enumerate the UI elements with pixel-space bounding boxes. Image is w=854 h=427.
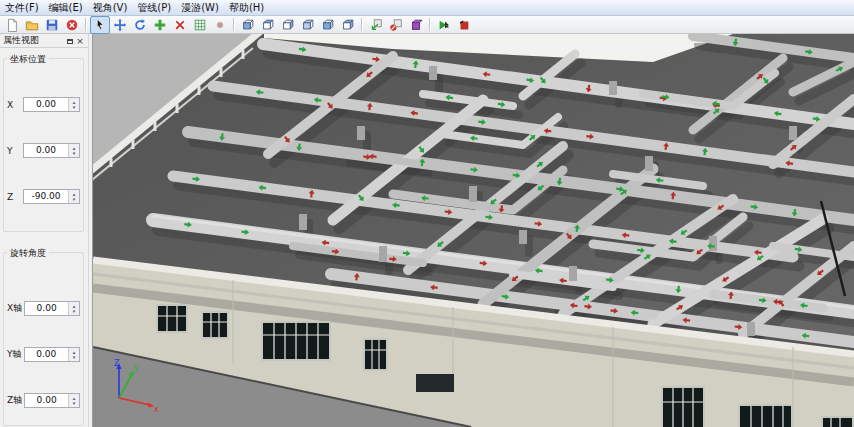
z-value[interactable]: -90.00 bbox=[24, 190, 68, 203]
spin-down-icon[interactable]: ▾ bbox=[73, 309, 76, 314]
menu-pipe[interactable]: 管线(P) bbox=[132, 0, 176, 15]
x-label: X bbox=[7, 100, 21, 110]
add-button[interactable] bbox=[150, 16, 170, 34]
y-axis-spinbox[interactable]: 0.00 ▴▾ bbox=[24, 347, 81, 362]
grid-icon bbox=[193, 18, 207, 32]
window bbox=[261, 321, 331, 361]
spin-down-icon[interactable]: ▾ bbox=[73, 105, 76, 110]
menu-help[interactable]: 帮助(H) bbox=[224, 0, 269, 15]
main-area: 属性视图 × 坐标位置 X 0.00 ▴▾ Y 0.00 ▴▾ Z bbox=[0, 34, 854, 427]
window bbox=[821, 416, 854, 427]
y-axis-spin-buttons[interactable]: ▴▾ bbox=[68, 348, 79, 361]
rotation-angle-group: 旋转角度 X轴 0.00 ▴▾ Y轴 0.00 ▴▾ Z轴 0.00 ▴ bbox=[3, 252, 84, 426]
toolbar-separator bbox=[85, 18, 87, 31]
window bbox=[156, 304, 188, 333]
z-axis-spinbox[interactable]: 0.00 ▴▾ bbox=[24, 393, 80, 408]
view-cube-right-icon bbox=[281, 18, 295, 32]
red-x-icon bbox=[173, 18, 187, 32]
spin-down-icon[interactable]: ▾ bbox=[73, 151, 76, 156]
move-icon bbox=[113, 18, 127, 32]
select-arrow-icon bbox=[93, 18, 107, 32]
menu-file[interactable]: 文件(F) bbox=[0, 0, 44, 15]
viewport-3d[interactable]: Z y x bbox=[92, 34, 854, 427]
x-value[interactable]: 0.00 bbox=[24, 98, 68, 111]
delete-button[interactable] bbox=[170, 16, 190, 34]
material-button[interactable] bbox=[406, 16, 426, 34]
window bbox=[661, 386, 705, 427]
y-axis-value[interactable]: 0.00 bbox=[25, 348, 69, 361]
panel-title: 属性视图 bbox=[3, 34, 65, 47]
walk-stop-icon bbox=[457, 18, 471, 32]
walkthrough-stop-button[interactable] bbox=[454, 16, 474, 34]
view-cube-left-icon bbox=[341, 18, 355, 32]
y-spin-buttons[interactable]: ▴▾ bbox=[68, 144, 79, 157]
spin-down-icon[interactable]: ▾ bbox=[73, 197, 76, 202]
menu-view[interactable]: 视角(V) bbox=[88, 0, 133, 15]
new-file-button[interactable] bbox=[2, 16, 22, 34]
remove-model-button[interactable] bbox=[386, 16, 406, 34]
view-top-button[interactable] bbox=[258, 16, 278, 34]
menu-roam[interactable]: 漫游(W) bbox=[176, 0, 224, 15]
window bbox=[363, 338, 388, 371]
menu-edit[interactable]: 编辑(E) bbox=[44, 0, 88, 15]
import-model-icon bbox=[369, 18, 383, 32]
z-spinbox[interactable]: -90.00 ▴▾ bbox=[23, 189, 80, 204]
plus-icon bbox=[153, 18, 167, 32]
view-cube-front-icon bbox=[241, 18, 255, 32]
z-spin-buttons[interactable]: ▴▾ bbox=[68, 190, 79, 203]
open-file-button[interactable] bbox=[22, 16, 42, 34]
view-cube-back-icon bbox=[301, 18, 315, 32]
walkthrough-start-button[interactable] bbox=[434, 16, 454, 34]
move-tool-button[interactable] bbox=[110, 16, 130, 34]
snap-grid-button[interactable] bbox=[190, 16, 210, 34]
view-back-button[interactable] bbox=[298, 16, 318, 34]
open-folder-icon bbox=[25, 18, 39, 32]
close-panel-icon[interactable]: × bbox=[75, 36, 85, 46]
view-front-button[interactable] bbox=[238, 16, 258, 34]
view-bottom-button[interactable] bbox=[318, 16, 338, 34]
save-button[interactable] bbox=[42, 16, 62, 34]
toolbar-separator bbox=[429, 18, 431, 31]
toolbar-separator bbox=[361, 18, 363, 31]
view-left-button[interactable] bbox=[338, 16, 358, 34]
z-axis-label: Z轴 bbox=[7, 394, 22, 407]
point-button[interactable] bbox=[210, 16, 230, 34]
panel-title-bar: 属性视图 × bbox=[0, 34, 88, 48]
material-cube-icon bbox=[409, 18, 423, 32]
spin-down-icon[interactable]: ▾ bbox=[73, 355, 76, 360]
float-panel-icon[interactable] bbox=[65, 36, 75, 46]
x-axis-spinbox[interactable]: 0.00 ▴▾ bbox=[24, 301, 80, 316]
coordinate-z-row: Z -90.00 ▴▾ bbox=[7, 189, 80, 204]
view-cube-top-icon bbox=[261, 18, 275, 32]
z-axis-spin-buttons[interactable]: ▴▾ bbox=[68, 394, 79, 407]
save-icon bbox=[45, 18, 59, 32]
z-axis-value[interactable]: 0.00 bbox=[25, 394, 68, 407]
y-axis-label: Y轴 bbox=[7, 348, 22, 361]
coordinate-group-label: 坐标位置 bbox=[7, 53, 49, 66]
rotation-group-label: 旋转角度 bbox=[7, 247, 49, 260]
window bbox=[201, 311, 229, 339]
view-cube-bottom-icon bbox=[321, 18, 335, 32]
select-tool-button[interactable] bbox=[90, 16, 110, 34]
coordinate-x-row: X 0.00 ▴▾ bbox=[7, 97, 80, 112]
window bbox=[738, 404, 793, 427]
x-spinbox[interactable]: 0.00 ▴▾ bbox=[23, 97, 80, 112]
import-model-button[interactable] bbox=[366, 16, 386, 34]
y-value[interactable]: 0.00 bbox=[24, 144, 68, 157]
x-spin-buttons[interactable]: ▴▾ bbox=[68, 98, 79, 111]
x-axis-value[interactable]: 0.00 bbox=[25, 302, 68, 315]
coordinate-position-group: 坐标位置 X 0.00 ▴▾ Y 0.00 ▴▾ Z -90.00 ▴▾ bbox=[3, 58, 84, 232]
rotate-tool-button[interactable] bbox=[130, 16, 150, 34]
x-axis-spin-buttons[interactable]: ▴▾ bbox=[68, 302, 79, 315]
walk-start-icon bbox=[437, 18, 451, 32]
properties-panel: 属性视图 × 坐标位置 X 0.00 ▴▾ Y 0.00 ▴▾ Z bbox=[0, 34, 89, 427]
new-file-icon bbox=[5, 18, 19, 32]
gizmo-y-label: y bbox=[134, 363, 139, 372]
rotation-x-row: X轴 0.00 ▴▾ bbox=[7, 301, 80, 316]
z-label: Z bbox=[7, 192, 21, 202]
view-right-button[interactable] bbox=[278, 16, 298, 34]
y-spinbox[interactable]: 0.00 ▴▾ bbox=[23, 143, 80, 158]
close-button[interactable] bbox=[62, 16, 82, 34]
scene-canvas: Z y x bbox=[93, 34, 854, 427]
spin-down-icon[interactable]: ▾ bbox=[73, 401, 76, 406]
